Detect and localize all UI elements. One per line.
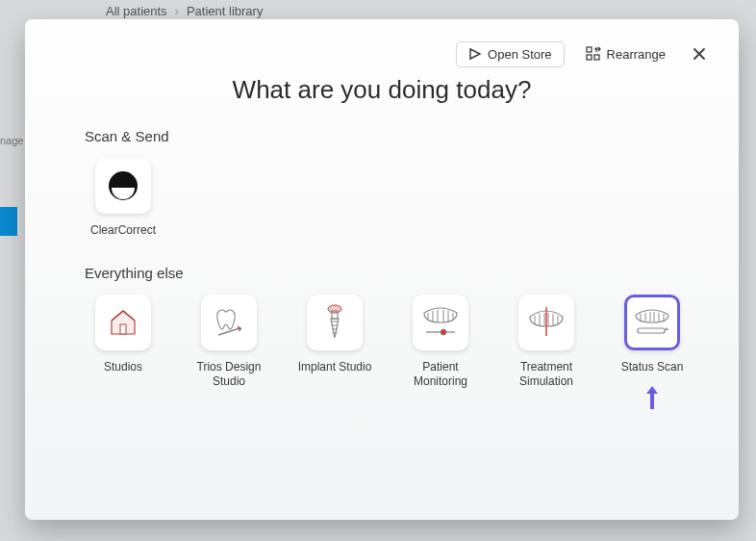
page-title: What are you doing today? (52, 75, 712, 105)
close-icon (693, 47, 706, 61)
section-title-everything-else: Everything else (85, 265, 712, 281)
close-button[interactable] (687, 41, 712, 66)
rearrange-button[interactable]: Rearrange (574, 41, 677, 66)
bg-sidebar-selection (0, 207, 17, 236)
open-store-label: Open Store (488, 47, 552, 62)
breadcrumb[interactable]: All patients › Patient library (106, 4, 263, 18)
rearrange-icon (586, 46, 601, 62)
tile-trios-design-studio[interactable]: Trios Design Studio (190, 295, 267, 411)
workflow-picker-modal: Open Store Rearrange What are you doing … (25, 19, 739, 520)
svg-rect-2 (594, 55, 599, 60)
open-store-button[interactable]: Open Store (456, 41, 565, 67)
svg-rect-0 (587, 47, 592, 52)
teeth-scan-icon (632, 303, 672, 342)
tiles-everything-else: Studios Trios Design Studio (85, 295, 712, 411)
tile-label: Implant Studio (298, 360, 372, 374)
tile-clearcorrect[interactable]: ClearCorrect (85, 158, 162, 238)
chevron-right-icon: › (175, 4, 179, 18)
svg-rect-1 (587, 55, 592, 60)
section-title-scan-send: Scan & Send (85, 128, 712, 144)
tile-label: Status Scan (621, 360, 684, 374)
modal-header: Open Store Rearrange (52, 37, 712, 71)
tile-status-scan[interactable]: Status Scan (614, 295, 691, 411)
tile-studios[interactable]: Studios (85, 295, 162, 411)
breadcrumb-leaf[interactable]: Patient library (187, 4, 263, 18)
arrow-up-icon (644, 374, 660, 411)
svg-point-8 (441, 329, 446, 335)
house-icon (106, 305, 140, 340)
teeth-dot-icon (420, 303, 461, 342)
tooth-pencil-icon (211, 304, 247, 341)
svg-point-5 (328, 305, 341, 313)
tile-label: ClearCorrect (90, 223, 156, 238)
svg-rect-4 (120, 324, 126, 334)
tile-label: Treatment Simulation (508, 360, 585, 389)
clearcorrect-icon (107, 169, 139, 202)
breadcrumb-root[interactable]: All patients (106, 4, 167, 18)
play-store-icon (468, 47, 482, 61)
tile-patient-monitoring[interactable]: Patient Monitoring (402, 295, 479, 411)
bg-truncated-label: nage (0, 135, 23, 146)
tiles-scan-send: ClearCorrect (85, 158, 712, 238)
svg-rect-10 (638, 328, 665, 333)
tile-implant-studio[interactable]: Implant Studio (296, 295, 373, 411)
teeth-line-icon (526, 303, 567, 342)
rearrange-label: Rearrange (607, 47, 666, 62)
tile-treatment-simulation[interactable]: Treatment Simulation (508, 295, 585, 411)
tile-label: Studios (104, 360, 142, 374)
tile-label: Trios Design Studio (190, 360, 267, 389)
implant-icon (317, 303, 352, 342)
tile-label: Patient Monitoring (402, 360, 479, 389)
